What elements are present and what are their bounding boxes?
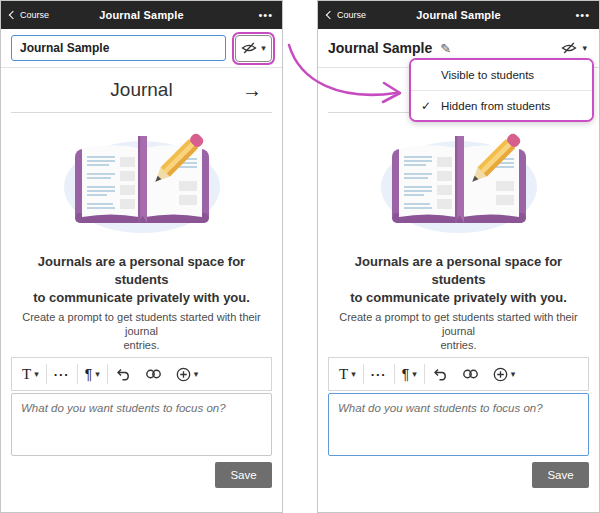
page-title: Journal Sample — [72, 9, 211, 21]
text-style-button[interactable]: T ▾ — [15, 358, 46, 390]
journal-prompt-input[interactable] — [11, 393, 272, 456]
save-button[interactable]: Save — [215, 462, 272, 488]
chevron-left-icon — [326, 11, 334, 19]
arrow-right-icon: → — [242, 79, 262, 102]
menu-item-visible[interactable]: Visible to students — [411, 60, 592, 90]
journal-heading: Journal — [110, 79, 172, 101]
journal-description: Journals are a personal space for studen… — [330, 253, 587, 352]
open-book-pencil-illustration — [374, 118, 544, 248]
chevron-down-icon: ▾ — [412, 370, 417, 379]
insert-content-button[interactable]: ▾ — [486, 358, 523, 390]
paragraph-button[interactable]: ¶ ▾ — [78, 358, 107, 390]
undo-button[interactable] — [425, 358, 455, 390]
phone-right: Course Journal Sample ••• Journal Sample… — [317, 0, 600, 513]
undo-icon — [115, 367, 131, 381]
phone-left: Course Journal Sample ••• ▾ Journal → — [0, 0, 283, 513]
edit-pencil-icon[interactable]: ✎ — [440, 41, 451, 56]
chevron-left-icon — [9, 11, 17, 19]
back-button[interactable]: Course — [10, 10, 72, 20]
save-button[interactable]: Save — [532, 462, 589, 488]
description-bold-line2: to communicate privately with you. — [330, 289, 587, 307]
visibility-dropdown: Visible to students ✓ Hidden from studen… — [409, 58, 594, 122]
overflow-menu-icon[interactable]: ••• — [528, 9, 590, 21]
menu-item-label: Visible to students — [441, 69, 534, 81]
editor-toolbar: T ▾ ··· ¶ ▾ — [11, 357, 272, 391]
paragraph-label: ¶ — [402, 366, 410, 382]
text-style-button[interactable]: T ▾ — [332, 358, 363, 390]
link-button[interactable] — [455, 358, 486, 390]
chevron-down-icon: ▾ — [351, 370, 356, 379]
undo-button[interactable] — [108, 358, 138, 390]
menu-item-label: Hidden from students — [441, 100, 550, 112]
description-sub-line2: entries. — [13, 338, 270, 352]
journal-description: Journals are a personal space for studen… — [13, 253, 270, 352]
eye-slash-icon — [241, 42, 257, 54]
undo-icon — [432, 367, 448, 381]
page-title: Journal Sample — [389, 9, 528, 21]
more-options-button[interactable]: ··· — [364, 358, 394, 390]
chevron-down-icon: ▾ — [95, 370, 100, 379]
description-sub-line1: Create a prompt to get students started … — [330, 310, 587, 338]
more-options-button[interactable]: ··· — [47, 358, 77, 390]
eye-slash-icon — [561, 42, 577, 54]
journal-prompt-input[interactable] — [328, 393, 589, 456]
paragraph-button[interactable]: ¶ ▾ — [395, 358, 424, 390]
paragraph-label: ¶ — [85, 366, 93, 382]
editor-toolbar: T ▾ ··· ¶ ▾ — [328, 357, 589, 391]
back-button[interactable]: Course — [327, 10, 389, 20]
description-bold-line1: Journals are a personal space for studen… — [13, 253, 270, 289]
text-style-label: T — [339, 366, 348, 383]
chevron-down-icon: ▾ — [582, 44, 587, 53]
plus-circle-icon — [493, 367, 508, 382]
description-bold-line2: to communicate privately with you. — [13, 289, 270, 307]
link-button[interactable] — [138, 358, 169, 390]
title-row: ▾ — [1, 29, 282, 68]
journal-title-input[interactable] — [11, 35, 226, 61]
plus-circle-icon — [176, 367, 191, 382]
check-icon: ✓ — [421, 99, 441, 113]
chevron-down-icon: ▾ — [194, 370, 199, 379]
insert-content-button[interactable]: ▾ — [169, 358, 206, 390]
menu-item-hidden[interactable]: ✓ Hidden from students — [411, 90, 592, 120]
chevron-down-icon: ▾ — [261, 44, 266, 53]
back-label: Course — [20, 10, 49, 20]
chevron-down-icon: ▾ — [34, 370, 39, 379]
journal-illustration — [1, 115, 282, 251]
visibility-button[interactable]: ▾ — [559, 38, 589, 58]
link-icon — [462, 368, 479, 380]
visibility-button[interactable]: ▾ — [235, 35, 272, 62]
description-sub-line1: Create a prompt to get students started … — [13, 310, 270, 338]
journal-illustration — [318, 115, 599, 251]
description-sub-line2: entries. — [330, 338, 587, 352]
screenshot-stage: Course Journal Sample ••• ▾ Journal → — [0, 0, 600, 513]
back-label: Course — [337, 10, 366, 20]
overflow-menu-icon[interactable]: ••• — [211, 9, 273, 21]
description-bold-line1: Journals are a personal space for studen… — [330, 253, 587, 289]
app-bar: Course Journal Sample ••• — [318, 1, 599, 29]
open-book-pencil-illustration — [57, 118, 227, 248]
chevron-down-icon: ▾ — [511, 370, 516, 379]
link-icon — [145, 368, 162, 380]
journal-title-text: Journal Sample — [328, 40, 432, 56]
app-bar: Course Journal Sample ••• — [1, 1, 282, 29]
text-style-label: T — [22, 366, 31, 383]
journal-link-row[interactable]: Journal → — [11, 68, 272, 113]
